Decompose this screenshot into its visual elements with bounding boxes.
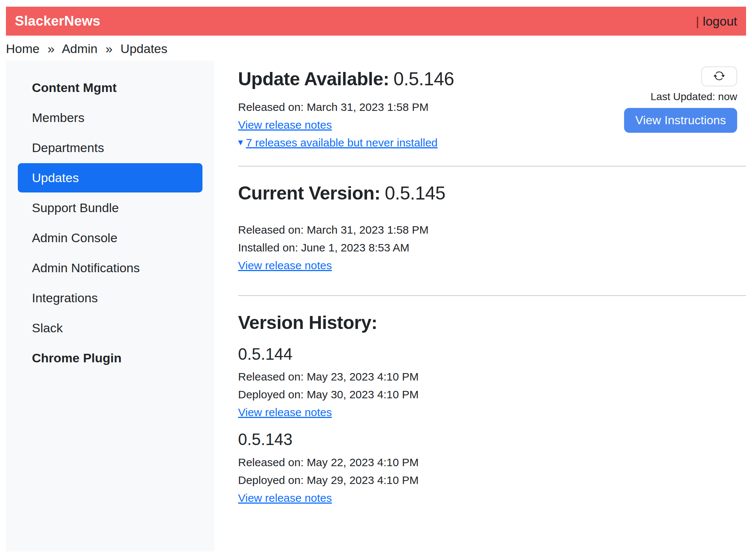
version-history-entry: 0.5.143 Released on: May 22, 2023 4:10 P…	[238, 430, 746, 505]
breadcrumb-separator: »	[47, 42, 55, 56]
history-version-number: 0.5.143	[238, 430, 746, 449]
update-available-label: Update Available:	[238, 69, 389, 89]
section-divider	[238, 166, 746, 167]
logout-area: |logout	[696, 14, 737, 29]
history-released-on: Released on: May 22, 2023 4:10 PM	[238, 456, 746, 469]
update-available-version: 0.5.146	[393, 69, 454, 89]
page-layout: Content Mgmt Members Departments Updates…	[6, 60, 746, 551]
caret-down-icon: ▾	[238, 136, 243, 148]
history-version-number: 0.5.144	[238, 345, 746, 364]
sidebar-item-content-mgmt[interactable]: Content Mgmt	[18, 73, 202, 102]
breadcrumb-separator: »	[105, 42, 112, 56]
sidebar-item-admin-notifications[interactable]: Admin Notifications	[18, 253, 202, 283]
current-version-section: Current Version:0.5.145 Released on: Mar…	[238, 183, 746, 279]
sidebar-item-support-bundle[interactable]: Support Bundle	[18, 193, 202, 223]
section-divider	[238, 295, 746, 296]
version-history-heading: Version History:	[238, 312, 746, 334]
refresh-button[interactable]	[701, 66, 737, 86]
current-version-heading: Current Version:0.5.145	[238, 183, 746, 204]
current-version-label: Current Version:	[238, 183, 380, 204]
breadcrumb: Home » Admin » Updates	[6, 42, 746, 56]
history-deployed-on: Deployed on: May 29, 2023 4:10 PM	[238, 474, 746, 487]
history-release-notes-link[interactable]: View release notes	[238, 406, 332, 418]
view-instructions-button[interactable]: View Instructions	[624, 108, 737, 133]
admin-sidebar: Content Mgmt Members Departments Updates…	[6, 60, 214, 551]
sidebar-item-updates[interactable]: Updates	[18, 163, 202, 192]
current-installed-on: Installed on: June 1, 2023 8:53 AM	[238, 241, 746, 254]
sidebar-item-members[interactable]: Members	[18, 103, 202, 132]
history-release-notes-link[interactable]: View release notes	[238, 492, 332, 504]
sidebar-item-chrome-plugin[interactable]: Chrome Plugin	[18, 343, 202, 373]
app-header: SlackerNews |logout	[6, 7, 746, 36]
breadcrumb-current: Updates	[121, 42, 168, 56]
update-release-notes-link[interactable]: View release notes	[238, 119, 332, 131]
history-deployed-on: Deployed on: May 30, 2023 4:10 PM	[238, 388, 746, 401]
update-actions: Last Updated: now View Instructions	[624, 66, 737, 133]
breadcrumb-admin[interactable]: Admin	[62, 42, 98, 56]
sidebar-nav: Content Mgmt Members Departments Updates…	[18, 73, 202, 373]
sidebar-item-admin-console[interactable]: Admin Console	[18, 223, 202, 253]
breadcrumb-home[interactable]: Home	[6, 42, 40, 56]
app-title: SlackerNews	[15, 13, 100, 29]
current-version-number: 0.5.145	[385, 183, 445, 204]
main-content: Last Updated: now View Instructions Upda…	[214, 60, 746, 551]
refresh-icon	[713, 70, 725, 83]
never-installed-link[interactable]: ▾7 releases available but never installe…	[238, 136, 438, 149]
sidebar-item-slack[interactable]: Slack	[18, 313, 202, 343]
current-released-on: Released on: March 31, 2023 1:58 PM	[238, 223, 746, 237]
logout-link[interactable]: logout	[703, 14, 737, 28]
sidebar-item-integrations[interactable]: Integrations	[18, 283, 202, 313]
last-updated-text: Last Updated: now	[651, 91, 738, 103]
history-released-on: Released on: May 23, 2023 4:10 PM	[238, 370, 746, 383]
current-release-notes-link[interactable]: View release notes	[238, 259, 332, 271]
version-history-label: Version History:	[238, 312, 377, 333]
version-history-entry: 0.5.144 Released on: May 23, 2023 4:10 P…	[238, 345, 746, 419]
sidebar-item-departments[interactable]: Departments	[18, 133, 202, 162]
version-history-section: Version History: 0.5.144 Released on: Ma…	[238, 312, 746, 505]
logout-separator: |	[696, 14, 699, 28]
